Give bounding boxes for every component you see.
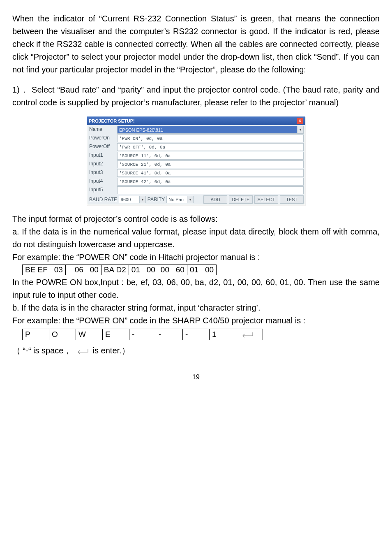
hex-cell: 00 60 bbox=[158, 265, 187, 275]
input5-input[interactable] bbox=[117, 186, 304, 194]
paragraph-5: For example: the “POWER ON” code in Hita… bbox=[12, 251, 380, 264]
baud-value: 9600 bbox=[121, 197, 131, 202]
paragraph-1: When the indicator of “Current RS-232 Co… bbox=[12, 12, 380, 76]
note-pre: （ “-“ is space， bbox=[12, 346, 71, 355]
parity-value: No Pari bbox=[168, 197, 184, 202]
input3-input[interactable]: 'SOURCE 41', 0d, 0a bbox=[117, 169, 304, 177]
char-cell: - bbox=[183, 329, 210, 340]
dialog-title-text: PROJECTOR SETUP! bbox=[89, 118, 135, 123]
close-icon[interactable]: × bbox=[297, 118, 303, 124]
char-cell-enter bbox=[236, 329, 263, 340]
char-cell: E bbox=[103, 329, 129, 340]
chevron-down-icon[interactable]: ▾ bbox=[187, 196, 193, 203]
label-input1: Input1 bbox=[88, 151, 117, 160]
paragraph-7: b. If the data is in the character strin… bbox=[12, 302, 380, 314]
char-cell: W bbox=[76, 329, 103, 340]
label-input5: Input5 bbox=[88, 186, 117, 195]
delete-button[interactable]: DELETE bbox=[229, 195, 253, 204]
char-cell: P bbox=[23, 329, 49, 340]
enter-key-icon bbox=[239, 332, 255, 338]
input1-value: 'SOURCE 11', 0d, 0a bbox=[119, 153, 171, 158]
poweroff-input[interactable]: 'PWR OFF', 0d, 0a bbox=[117, 143, 304, 151]
char-cell: 1 bbox=[210, 329, 236, 340]
label-input4: Input4 bbox=[88, 177, 117, 186]
input2-value: 'SOURCE 21', 0d, 0a bbox=[119, 162, 171, 167]
input2-input[interactable]: 'SOURCE 21', 0d, 0a bbox=[117, 160, 304, 168]
dialog-body: Name EPSON EPS-820\811 ▾ PowerOn 'PWR ON… bbox=[87, 125, 305, 205]
label-baud: BAUD RATE bbox=[89, 197, 117, 202]
char-cell: O bbox=[49, 329, 76, 340]
label-poweron: PowerOn bbox=[88, 134, 117, 143]
parity-select[interactable]: No Pari ▾ bbox=[166, 196, 194, 203]
projector-setup-dialog: PROJECTOR SETUP! × Name EPSON EPS-820\81… bbox=[87, 116, 305, 205]
note-line: （ “-“ is space， is enter.） bbox=[12, 344, 380, 357]
test-button[interactable]: TEST bbox=[280, 195, 304, 204]
paragraph-3: The input format of projector’s control … bbox=[12, 213, 380, 225]
hex-code-table: BE EF 03 06 00 BA D2 01 00 00 60 01 00 bbox=[22, 265, 217, 275]
label-name: Name bbox=[88, 125, 117, 134]
poweroff-value: 'PWR OFF', 0d, 0a bbox=[119, 145, 165, 150]
page-number: 19 bbox=[12, 374, 380, 381]
chevron-down-icon[interactable]: ▾ bbox=[139, 196, 145, 203]
char-cell: - bbox=[156, 329, 183, 340]
note-post: is enter.） bbox=[93, 346, 130, 355]
hex-cell: BA D2 bbox=[101, 265, 129, 275]
dialog-button-row: BAUD RATE 9600 ▾ PARITY No Pari ▾ ADD DE… bbox=[88, 195, 304, 204]
chevron-down-icon[interactable]: ▾ bbox=[297, 126, 303, 133]
dialog-titlebar: PROJECTOR SETUP! × bbox=[87, 117, 305, 125]
add-button[interactable]: ADD bbox=[203, 195, 227, 204]
paragraph-4: a. If the data is in the numerical value… bbox=[12, 225, 380, 251]
hex-cell: 01 00 bbox=[187, 265, 216, 275]
name-input[interactable]: EPSON EPS-820\811 ▾ bbox=[117, 126, 304, 134]
label-poweroff: PowerOff bbox=[88, 143, 117, 151]
input4-input[interactable]: 'SOURCE 42', 0d, 0a bbox=[117, 178, 304, 186]
input4-value: 'SOURCE 42', 0d, 0a bbox=[119, 179, 171, 184]
input3-value: 'SOURCE 41', 0d, 0a bbox=[119, 171, 171, 176]
label-input2: Input2 bbox=[88, 160, 117, 169]
poweron-value: 'PWR ON', 0d, 0a bbox=[119, 136, 163, 141]
baud-select[interactable]: 9600 ▾ bbox=[119, 196, 146, 203]
char-cell: - bbox=[129, 329, 156, 340]
select-button[interactable]: SELECT bbox=[254, 195, 278, 204]
hex-cell: 01 00 bbox=[129, 265, 158, 275]
paragraph-2: 1)． Select “Baud rate” and “parity” and … bbox=[12, 84, 380, 109]
enter-key-icon bbox=[74, 348, 90, 355]
label-input3: Input3 bbox=[88, 169, 117, 177]
name-value: EPSON EPS-820\811 bbox=[119, 128, 163, 132]
label-parity: PARITY bbox=[148, 197, 165, 202]
hex-cell: BE EF 03 bbox=[23, 265, 66, 275]
hex-cell: 06 00 bbox=[65, 265, 101, 275]
paragraph-6: In the POWRE ON box,Input : be, ef, 03, … bbox=[12, 276, 380, 302]
char-code-table: P O W E - - - 1 bbox=[22, 329, 263, 340]
paragraph-8: For example: the “POWER ON” code in the … bbox=[12, 314, 380, 327]
poweron-input[interactable]: 'PWR ON', 0d, 0a bbox=[117, 135, 304, 142]
input1-input[interactable]: 'SOURCE 11', 0d, 0a bbox=[117, 152, 304, 160]
